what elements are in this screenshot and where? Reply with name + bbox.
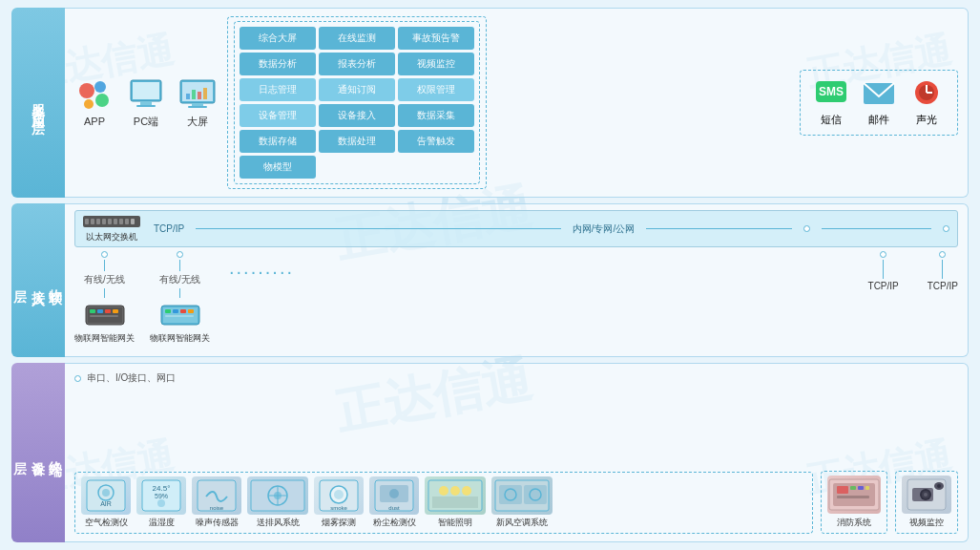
func-数据分析: 数据分析 xyxy=(240,53,316,75)
device-temp: 24.5° 59% 温湿度 xyxy=(136,476,186,529)
func-物模型: 物模型 xyxy=(240,156,316,179)
svg-rect-36 xyxy=(113,309,118,313)
svg-rect-41 xyxy=(173,309,178,313)
tcp-right-group: TCP/IP TCP/IP xyxy=(868,251,958,291)
svg-point-62 xyxy=(334,490,344,499)
protocol-intranet: 内网/专网/公网 xyxy=(573,222,636,236)
svg-rect-15 xyxy=(203,88,207,99)
func-设备接入: 设备接入 xyxy=(319,104,395,127)
light-img xyxy=(425,476,486,515)
svg-rect-33 xyxy=(90,309,95,313)
svg-point-70 xyxy=(439,486,448,496)
svg-text:noise: noise xyxy=(210,505,224,511)
func-权限管理: 权限管理 xyxy=(398,78,474,101)
gateway-group-2: 有线/无线 物联网智能网关 xyxy=(150,251,210,345)
svg-rect-74 xyxy=(499,485,522,504)
svg-rect-26 xyxy=(108,219,112,224)
functions-section: 综合大屏 在线监测 事故预告警 数据分析 报表分析 视频监控 日志管理 通知订阅… xyxy=(227,16,487,189)
svg-rect-5 xyxy=(133,82,159,99)
svg-point-0 xyxy=(79,83,94,98)
screen-icon xyxy=(177,77,218,112)
svg-point-66 xyxy=(389,489,399,498)
svg-text:AIR: AIR xyxy=(100,500,112,507)
func-事故预告警: 事故预告警 xyxy=(398,27,474,50)
apps-section: APP PC端 xyxy=(74,77,218,129)
svg-rect-84 xyxy=(837,496,869,498)
terminal-layer-row: 终端设备层 串口、I/O接口、网口 xyxy=(11,363,969,542)
screen-label: 大屏 xyxy=(187,115,208,129)
svg-point-2 xyxy=(95,94,109,107)
svg-point-72 xyxy=(462,486,471,496)
dust-label: 粉尘检测仪 xyxy=(373,517,416,529)
wire-label-1: 有线/无线 xyxy=(84,273,125,286)
svg-rect-29 xyxy=(125,219,129,224)
svg-text:24.5°: 24.5° xyxy=(153,484,171,493)
func-综合大屏: 综合大屏 xyxy=(240,27,316,50)
smoke-img: smoke xyxy=(314,476,364,515)
gateway-label-2: 物联网智能网关 xyxy=(150,332,210,345)
device-hvac: 新风空调系统 xyxy=(491,476,553,529)
svg-rect-40 xyxy=(165,309,171,313)
notifications-section: SMS 短信 邮件 xyxy=(800,70,958,136)
svg-point-52 xyxy=(157,499,165,507)
tcp-label-2: TCP/IP xyxy=(928,281,958,291)
func-告警触发: 告警触发 xyxy=(398,130,474,153)
light-label: 智能照明 xyxy=(438,517,472,529)
cam-img xyxy=(902,476,951,514)
noise-img: noise xyxy=(192,476,241,515)
iot-layer-content: 以太网交换机 TCP/IP 内网/专网/公网 有线/无线 xyxy=(65,203,969,357)
svg-text:SMS: SMS xyxy=(819,85,844,98)
svg-rect-23 xyxy=(91,219,94,224)
wire-label-2: 有线/无线 xyxy=(159,273,200,286)
svg-rect-82 xyxy=(858,486,864,490)
svg-rect-83 xyxy=(865,486,869,490)
svg-rect-22 xyxy=(85,219,89,224)
tcp-group-2: TCP/IP xyxy=(928,251,958,291)
svg-text:59%: 59% xyxy=(155,493,168,499)
hvac-img xyxy=(491,476,553,515)
fire-section: 消防系统 xyxy=(821,471,887,534)
svg-rect-28 xyxy=(119,219,123,224)
notif-alarm: 声光 xyxy=(909,78,944,127)
iot-layer-row: 物联接入层 xyxy=(11,203,969,357)
device-dust: dust 粉尘检测仪 xyxy=(369,476,419,529)
app-icon xyxy=(74,78,115,113)
svg-rect-44 xyxy=(165,315,194,317)
sms-label: 短信 xyxy=(821,113,842,127)
device-air: AIR 空气检测仪 xyxy=(81,476,131,529)
dots-separator: ......... xyxy=(229,257,294,279)
alarm-icon xyxy=(909,78,944,109)
svg-rect-80 xyxy=(837,486,848,494)
dot-gw1 xyxy=(101,251,108,258)
dot-tcp1 xyxy=(880,251,886,258)
svg-rect-75 xyxy=(524,485,547,504)
air-img: AIR xyxy=(81,476,131,515)
noise-label: 噪声传感器 xyxy=(196,517,239,529)
fire-label: 消防系统 xyxy=(837,517,871,529)
net-dot1 xyxy=(803,225,810,232)
tcp-label-1: TCP/IP xyxy=(868,281,899,291)
svg-point-71 xyxy=(450,486,460,496)
svg-rect-10 xyxy=(192,103,203,106)
svg-point-3 xyxy=(84,99,94,109)
hvac-label: 新风空调系统 xyxy=(496,517,548,529)
serial-row: 串口、I/O接口、网口 xyxy=(74,371,958,385)
app-item-pc: PC端 xyxy=(126,77,166,129)
svg-point-1 xyxy=(94,81,106,93)
service-layer-label: 服务 应用 层 xyxy=(11,8,65,198)
func-日志管理: 日志管理 xyxy=(240,78,316,101)
temp-img: 24.5° 59% xyxy=(136,476,186,515)
switch-label: 以太网交换机 xyxy=(86,231,137,243)
svg-rect-14 xyxy=(198,92,201,99)
sms-icon: SMS xyxy=(814,78,848,109)
iot-devices-row: 有线/无线 物联网智能网关 xyxy=(74,251,958,345)
svg-point-89 xyxy=(924,493,928,497)
main-container: 服务 应用 层 APP xyxy=(0,0,980,550)
iot-layer-label: 物联接入层 xyxy=(11,203,65,357)
svg-text:smoke: smoke xyxy=(330,505,347,511)
dot-tcp2 xyxy=(939,251,946,258)
terminal-layer-label: 终端设备层 xyxy=(11,363,65,542)
func-数据存储: 数据存储 xyxy=(240,130,316,153)
service-layer-content: APP PC端 xyxy=(65,8,969,198)
notif-email: 邮件 xyxy=(862,78,896,127)
